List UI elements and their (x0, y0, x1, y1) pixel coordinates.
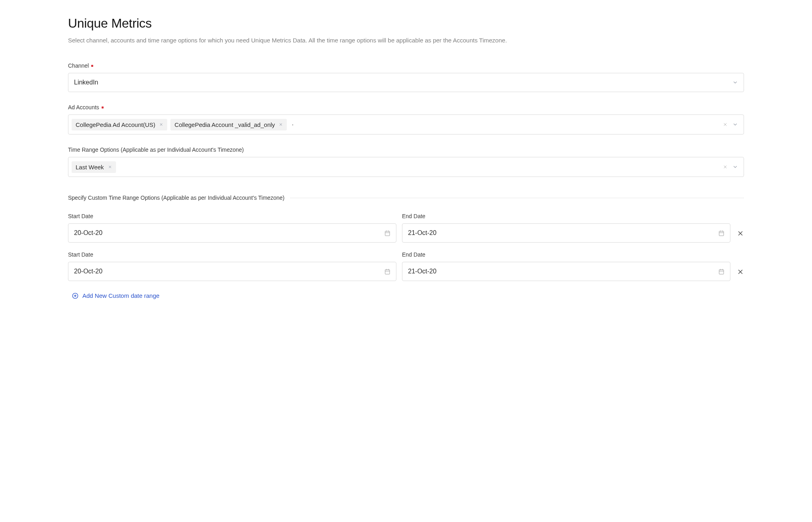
ad-accounts-select[interactable]: CollegePedia Ad Account(US) CollegePedia… (68, 114, 744, 135)
ad-accounts-label: Ad Accounts (68, 104, 744, 110)
ad-accounts-tags: CollegePedia Ad Account(US) CollegePedia… (72, 119, 720, 130)
divider-line (290, 198, 744, 198)
close-icon[interactable] (279, 122, 283, 126)
plus-circle-icon (72, 293, 78, 299)
select-actions (723, 164, 740, 170)
chevron-down-icon (732, 80, 738, 85)
more-indicator-icon: · (290, 121, 293, 128)
end-date-field: End Date 21-Oct-20 (402, 251, 730, 281)
end-date-input[interactable]: 21-Oct-20 (402, 223, 730, 243)
channel-label: Channel (68, 62, 744, 69)
end-date-label: End Date (402, 251, 730, 258)
end-date-field: End Date 21-Oct-20 (402, 213, 730, 243)
date-range-row: Start Date 20-Oct-20 End Date 21-Oct-20 (68, 213, 744, 243)
time-range-label: Time Range Options (Applicable as per In… (68, 147, 744, 153)
clear-icon[interactable] (723, 165, 728, 169)
clear-icon[interactable] (723, 122, 728, 127)
calendar-icon (718, 269, 724, 275)
custom-range-section-label: Specify Custom Time Range Options (Appli… (68, 195, 284, 201)
add-custom-date-range-label: Add New Custom date range (82, 292, 160, 299)
page-description: Select channel, accounts and time range … (68, 36, 744, 45)
ad-account-tag-label: CollegePedia Account _valid_ad_only (174, 121, 275, 128)
required-indicator-icon (102, 106, 104, 108)
calendar-icon (718, 230, 724, 236)
channel-label-text: Channel (68, 62, 89, 69)
svg-rect-14 (719, 231, 724, 235)
time-range-tag[interactable]: Last Week (72, 161, 116, 173)
ad-accounts-field: Ad Accounts CollegePedia Ad Account(US) … (68, 104, 744, 135)
remove-row-button[interactable] (736, 230, 744, 243)
ad-account-tag-label: CollegePedia Ad Account(US) (76, 121, 155, 128)
chevron-down-icon[interactable] (732, 122, 738, 127)
svg-rect-24 (719, 269, 724, 274)
end-date-label: End Date (402, 213, 730, 219)
calendar-icon (384, 269, 390, 275)
end-date-value: 21-Oct-20 (408, 229, 436, 237)
add-custom-date-range-button[interactable]: Add New Custom date range (72, 292, 160, 299)
channel-field: Channel LinkedIn (68, 62, 744, 92)
end-date-input[interactable]: 21-Oct-20 (402, 262, 730, 281)
close-icon[interactable] (108, 165, 112, 169)
remove-row-button[interactable] (736, 268, 744, 281)
custom-range-section-header: Specify Custom Time Range Options (Appli… (68, 195, 744, 201)
start-date-field: Start Date 20-Oct-20 (68, 213, 396, 243)
start-date-label: Start Date (68, 213, 396, 219)
page-title: Unique Metrics (68, 16, 744, 31)
end-date-value: 21-Oct-20 (408, 268, 436, 275)
svg-rect-20 (385, 269, 390, 274)
ad-account-tag[interactable]: CollegePedia Ad Account(US) (72, 119, 167, 130)
channel-select[interactable]: LinkedIn (68, 73, 744, 92)
calendar-icon (384, 230, 390, 236)
start-date-label: Start Date (68, 251, 396, 258)
date-range-row: Start Date 20-Oct-20 End Date 21-Oct-20 (68, 251, 744, 281)
time-range-field: Time Range Options (Applicable as per In… (68, 147, 744, 177)
time-range-label-text: Time Range Options (Applicable as per In… (68, 147, 244, 153)
start-date-value: 20-Oct-20 (74, 268, 102, 275)
channel-select-value: LinkedIn (74, 79, 98, 86)
svg-rect-10 (385, 231, 390, 235)
time-range-tag-label: Last Week (76, 164, 104, 171)
start-date-input[interactable]: 20-Oct-20 (68, 223, 396, 243)
chevron-down-icon[interactable] (732, 164, 738, 170)
time-range-tags: Last Week (72, 161, 720, 173)
time-range-select[interactable]: Last Week (68, 157, 744, 177)
start-date-field: Start Date 20-Oct-20 (68, 251, 396, 281)
close-icon[interactable] (159, 122, 163, 126)
required-indicator-icon (91, 65, 93, 67)
ad-accounts-label-text: Ad Accounts (68, 104, 99, 110)
select-actions (723, 122, 740, 127)
start-date-input[interactable]: 20-Oct-20 (68, 262, 396, 281)
ad-account-tag[interactable]: CollegePedia Account _valid_ad_only (170, 119, 287, 130)
start-date-value: 20-Oct-20 (74, 229, 102, 237)
